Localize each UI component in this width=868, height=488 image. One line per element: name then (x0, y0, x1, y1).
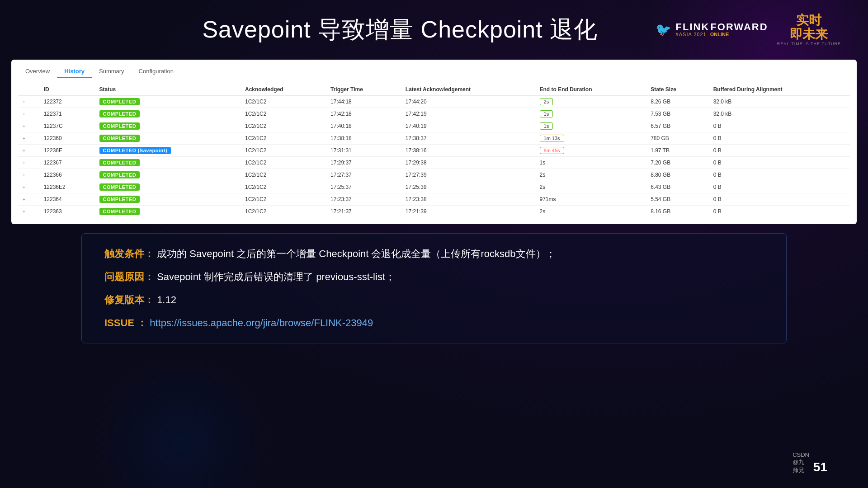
issue-label: 问题原因： (104, 271, 154, 282)
info-box: 触发条件： 成功的 Savepoint 之后的第一个增量 Checkpoint … (81, 233, 787, 343)
row-latest-ack: 17:38:37 (401, 132, 535, 144)
row-expand[interactable]: + (18, 132, 39, 144)
flink-text: FLINK (676, 22, 710, 32)
tab-summary[interactable]: Summary (92, 65, 132, 78)
row-trigger-time: 17:38:18 (326, 132, 401, 144)
row-latest-ack: 17:42:19 (401, 108, 535, 120)
col-acknowledged: Acknowledged (241, 84, 326, 96)
row-state-size: 6.43 GB (646, 181, 709, 193)
online-text: ONLINE (710, 32, 729, 37)
chinese-brand1: 实时 (796, 14, 821, 28)
row-acknowledged: 1C2/1C2 (241, 156, 326, 169)
tab-configuration[interactable]: Configuration (132, 65, 181, 78)
row-latest-ack: 17:38:16 (401, 144, 535, 156)
row-expand[interactable]: + (18, 120, 39, 132)
row-acknowledged: 1C2/1C2 (241, 205, 326, 217)
table-row: + 12237C COMPLETED 1C2/1C2 17:40:18 17:4… (18, 120, 850, 132)
col-trigger-time: Trigger Time (326, 84, 401, 96)
row-duration: 2s (535, 169, 646, 181)
row-trigger-time: 17:40:18 (326, 120, 401, 132)
flink-logo: FLINK FORWARD #ASIA 2021 ONLINE (676, 22, 768, 37)
col-state-size: State Size (646, 84, 709, 96)
row-expand[interactable]: + (18, 95, 39, 108)
row-id: 122371 (39, 108, 95, 120)
col-id: ID (39, 84, 95, 96)
row-state-size: 8.80 GB (646, 169, 709, 181)
csdn-watermark: CSDN @九师兄 (793, 451, 809, 474)
checkpoint-table: ID Status Acknowledged Trigger Time Late… (18, 84, 850, 217)
header: Savepoint 导致增量 Checkpoint 退化 🐦 FLINK FOR… (0, 0, 868, 55)
row-buffered: 32.0 kB (709, 108, 850, 120)
row-status: COMPLETED (95, 193, 241, 205)
row-duration: 1s (535, 108, 646, 120)
row-expand[interactable]: + (18, 193, 39, 205)
row-expand[interactable]: + (18, 181, 39, 193)
bird-icon: 🐦 (656, 22, 671, 37)
row-expand[interactable]: + (18, 108, 39, 120)
table-row: + 122364 COMPLETED 1C2/1C2 17:23:37 17:2… (18, 193, 850, 205)
row-status: COMPLETED (95, 181, 241, 193)
info-line-3: 修复版本： 1.12 (104, 292, 764, 307)
row-state-size: 780 GB (646, 132, 709, 144)
row-id: 122366 (39, 169, 95, 181)
row-acknowledged: 1C2/1C2 (241, 95, 326, 108)
row-buffered: 32.0 kB (709, 95, 850, 108)
row-id: 122360 (39, 132, 95, 144)
info-line-4: ISSUE ： https://issues.apache.org/jira/b… (104, 315, 764, 330)
row-expand[interactable]: + (18, 156, 39, 169)
row-acknowledged: 1C2/1C2 (241, 193, 326, 205)
trigger-text: 成功的 Savepoint 之后的第一个增量 Checkpoint 会退化成全量… (157, 248, 555, 259)
row-status: COMPLETED (95, 95, 241, 108)
row-buffered: 0 B (709, 193, 850, 205)
row-duration: 1m 13s (535, 132, 646, 144)
fix-label: 修复版本： (104, 294, 154, 305)
forward-text: FORWARD (710, 22, 768, 32)
row-duration: 2s (535, 95, 646, 108)
row-status: COMPLETED (95, 156, 241, 169)
row-id: 122364 (39, 193, 95, 205)
row-acknowledged: 1C2/1C2 (241, 108, 326, 120)
row-status: COMPLETED (95, 120, 241, 132)
row-status: COMPLETED (95, 132, 241, 144)
trigger-label: 触发条件： (104, 248, 154, 259)
row-duration: 6m 45s (535, 144, 646, 156)
tab-history[interactable]: History (57, 65, 92, 78)
table-row: + 122372 COMPLETED 1C2/1C2 17:44:18 17:4… (18, 95, 850, 108)
issue-link[interactable]: https://issues.apache.org/jira/browse/FL… (150, 317, 373, 328)
issue-text: Savepoint 制作完成后错误的清理了 previous-sst-list； (157, 271, 395, 282)
tab-overview[interactable]: Overview (18, 65, 57, 78)
row-status: COMPLETED (95, 205, 241, 217)
row-acknowledged: 1C2/1C2 (241, 169, 326, 181)
row-buffered: 0 B (709, 132, 850, 144)
row-expand[interactable]: + (18, 144, 39, 156)
row-trigger-time: 17:25:37 (326, 181, 401, 193)
row-buffered: 0 B (709, 144, 850, 156)
row-expand[interactable]: + (18, 169, 39, 181)
row-buffered: 0 B (709, 181, 850, 193)
col-expand (18, 84, 39, 96)
info-line-1: 触发条件： 成功的 Savepoint 之后的第一个增量 Checkpoint … (104, 246, 764, 261)
row-latest-ack: 17:40:19 (401, 120, 535, 132)
page-title: Savepoint 导致增量 Checkpoint 退化 (145, 14, 656, 46)
row-duration: 971ms (535, 193, 646, 205)
row-duration: 1s (535, 120, 646, 132)
row-buffered: 0 B (709, 169, 850, 181)
row-expand[interactable]: + (18, 205, 39, 217)
table-row: + 122366 COMPLETED 1C2/1C2 17:27:37 17:2… (18, 169, 850, 181)
row-state-size: 6.57 GB (646, 120, 709, 132)
issue-ref-label: ISSUE ： (104, 317, 147, 328)
row-latest-ack: 17:29:38 (401, 156, 535, 169)
realtime-logo: 实时 即未来 REAL-TIME IS THE FUTURE (777, 14, 841, 46)
table-row: + 122367 COMPLETED 1C2/1C2 17:29:37 17:2… (18, 156, 850, 169)
row-trigger-time: 17:44:18 (326, 95, 401, 108)
row-id: 122367 (39, 156, 95, 169)
row-acknowledged: 1C2/1C2 (241, 144, 326, 156)
row-latest-ack: 17:21:39 (401, 205, 535, 217)
col-status: Status (95, 84, 241, 96)
row-buffered: 0 B (709, 156, 850, 169)
row-trigger-time: 17:21:37 (326, 205, 401, 217)
logo-area: 🐦 FLINK FORWARD #ASIA 2021 ONLINE 实时 即未来… (656, 14, 841, 46)
table-row: + 12236E2 COMPLETED 1C2/1C2 17:25:37 17:… (18, 181, 850, 193)
col-duration: End to End Duration (535, 84, 646, 96)
row-latest-ack: 17:23:38 (401, 193, 535, 205)
